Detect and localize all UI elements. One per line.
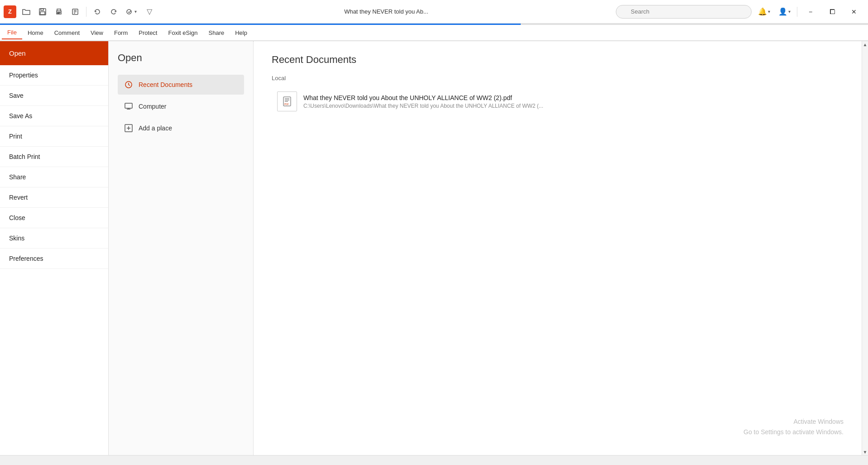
open-panel-title: Open bbox=[118, 52, 244, 64]
sidebar-item-batch-print[interactable]: Batch Print bbox=[0, 147, 108, 167]
plus-icon bbox=[124, 124, 133, 133]
menu-form[interactable]: Form bbox=[109, 27, 133, 39]
scroll-up-arrow[interactable]: ▲ bbox=[862, 41, 868, 48]
sidebar-item-share[interactable]: Share bbox=[0, 167, 108, 187]
search-input[interactable] bbox=[616, 5, 752, 19]
redo-button[interactable] bbox=[106, 5, 121, 19]
nav-recent-documents[interactable]: Recent Documents bbox=[118, 75, 244, 95]
menu-home[interactable]: Home bbox=[22, 27, 49, 39]
sidebar-item-revert[interactable]: Revert bbox=[0, 187, 108, 208]
win-divider bbox=[797, 7, 797, 17]
doc-name: What they NEVER told you About the UNHOL… bbox=[303, 94, 543, 101]
recent-documents-panel: Recent Documents Local PDF What they NEV… bbox=[254, 41, 862, 455]
menu-help[interactable]: Help bbox=[230, 27, 253, 39]
svg-rect-5 bbox=[58, 13, 59, 14]
search-wrapper: 🔍 bbox=[616, 5, 752, 19]
save-button[interactable] bbox=[35, 5, 50, 19]
menu-comment[interactable]: Comment bbox=[49, 27, 85, 39]
document-title: What they NEVER told you Ab... bbox=[344, 8, 428, 15]
loading-bar-track bbox=[0, 24, 868, 25]
nav-computer[interactable]: Computer bbox=[118, 96, 244, 116]
loading-bar-fill bbox=[0, 24, 521, 25]
sidebar-item-close[interactable]: Close bbox=[0, 208, 108, 228]
close-button[interactable]: ✕ bbox=[844, 5, 864, 19]
toolbar-icons: ▾ bbox=[19, 5, 139, 19]
app-logo: Z bbox=[4, 5, 16, 18]
toolbar-divider bbox=[86, 7, 86, 17]
sidebar-item-save[interactable]: Save bbox=[0, 86, 108, 106]
recent-docs-title: Recent Documents bbox=[272, 54, 844, 66]
open-folder-button[interactable] bbox=[19, 5, 34, 19]
section-local-label: Local bbox=[272, 75, 844, 81]
svg-text:PDF: PDF bbox=[284, 103, 289, 105]
doc-thumbnail-icon: PDF bbox=[277, 91, 297, 111]
file-sidebar: Open Properties Save Save As Print Batch… bbox=[0, 41, 109, 455]
undo-button[interactable] bbox=[90, 5, 105, 19]
menu-share[interactable]: Share bbox=[203, 27, 230, 39]
document-title-area: What they NEVER told you Ab... bbox=[159, 8, 613, 15]
sidebar-item-properties[interactable]: Properties bbox=[0, 65, 108, 86]
sidebar-item-save-as[interactable]: Save As bbox=[0, 106, 108, 126]
more-tools-button[interactable]: ▽ bbox=[142, 5, 157, 19]
sidebar-item-print[interactable]: Print bbox=[0, 126, 108, 147]
activate-line1: Activate Windows bbox=[743, 417, 844, 427]
svg-rect-2 bbox=[40, 12, 45, 14]
menu-protect[interactable]: Protect bbox=[133, 27, 163, 39]
markup-button[interactable]: ▾ bbox=[123, 5, 139, 19]
svg-rect-4 bbox=[58, 12, 60, 13]
status-bar bbox=[0, 455, 868, 465]
user-account-button[interactable]: 👤 ▾ bbox=[775, 5, 794, 18]
svg-point-10 bbox=[127, 10, 131, 14]
nav-add-place[interactable]: Add a place bbox=[118, 118, 244, 138]
print-button[interactable] bbox=[52, 5, 66, 19]
activate-windows-watermark: Activate Windows Go to Settings to activ… bbox=[743, 417, 844, 437]
nav-add-place-label: Add a place bbox=[139, 125, 172, 132]
open-panel: Open Recent Documents Computer bbox=[109, 41, 254, 455]
svg-rect-12 bbox=[125, 103, 132, 108]
scrollbar-track[interactable]: ▲ ▼ bbox=[862, 41, 868, 455]
scroll-down-arrow[interactable]: ▼ bbox=[862, 449, 868, 455]
svg-rect-1 bbox=[41, 9, 43, 10]
titlebar: Z bbox=[0, 0, 868, 24]
sidebar-item-skins[interactable]: Skins bbox=[0, 228, 108, 249]
properties-button[interactable] bbox=[68, 5, 82, 19]
menu-file[interactable]: File bbox=[2, 26, 22, 39]
window-controls: 🔔 ▾ 👤 ▾ − ⧠ ✕ bbox=[754, 5, 864, 19]
doc-info: What they NEVER told you About the UNHOL… bbox=[303, 94, 543, 109]
sidebar-open-button[interactable]: Open bbox=[0, 41, 108, 65]
minimize-button[interactable]: − bbox=[800, 5, 821, 19]
menu-view[interactable]: View bbox=[85, 27, 109, 39]
doc-item[interactable]: PDF What they NEVER told you About the U… bbox=[272, 87, 844, 116]
clock-icon bbox=[124, 80, 133, 89]
notifications-button[interactable]: 🔔 ▾ bbox=[754, 5, 774, 18]
sidebar-item-preferences[interactable]: Preferences bbox=[0, 249, 108, 269]
main-area: Open Properties Save Save As Print Batch… bbox=[0, 41, 868, 455]
nav-computer-label: Computer bbox=[139, 103, 166, 110]
doc-path: C:\Users\Lenovo\Downloads\What they NEVE… bbox=[303, 103, 543, 109]
menu-foxit-esign[interactable]: Foxit eSign bbox=[163, 27, 203, 39]
activate-line2: Go to Settings to activate Windows. bbox=[743, 427, 844, 437]
nav-recent-label: Recent Documents bbox=[139, 81, 192, 88]
computer-icon bbox=[124, 102, 133, 111]
menubar: File Home Comment View Form Protect Foxi… bbox=[0, 25, 868, 41]
maximize-button[interactable]: ⧠ bbox=[822, 5, 843, 19]
